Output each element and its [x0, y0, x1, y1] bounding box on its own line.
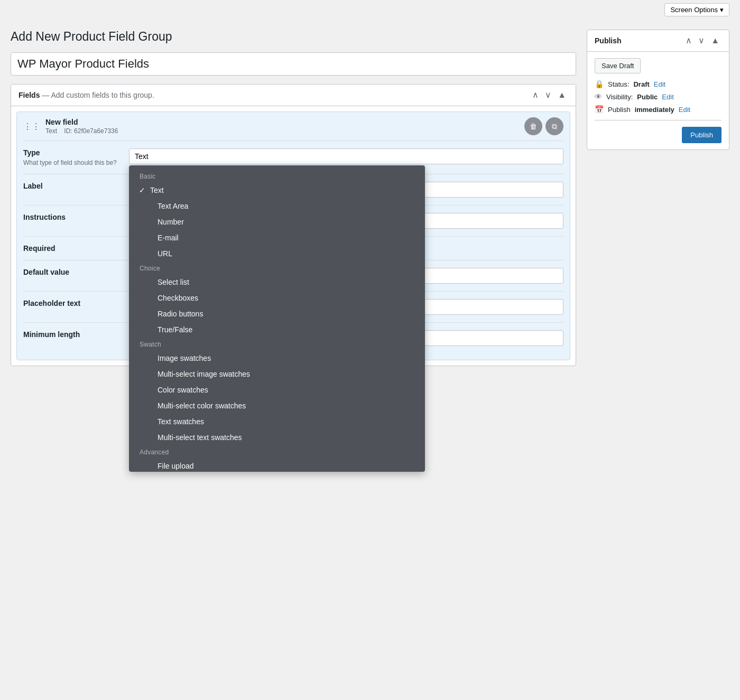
dropdown-item-radio[interactable]: Radio buttons [129, 306, 425, 322]
default-value-label-col: Default value [23, 268, 118, 284]
status-edit-link[interactable]: Edit [654, 80, 665, 88]
publish-timing-label: Publish [608, 106, 631, 114]
status-value: Draft [633, 80, 649, 88]
panel-toggle-btn[interactable]: ▲ [556, 90, 568, 100]
trash-icon: 🗑 [530, 122, 537, 130]
publish-timing-row: 📅 Publish immediately Edit [595, 105, 722, 114]
visibility-value: Public [637, 93, 658, 101]
publish-actions: Publish [595, 127, 722, 143]
chevron-down-icon: ▾ [720, 6, 724, 14]
visibility-row: 👁 Visibility: Public Edit [595, 92, 722, 101]
publish-panel-header: Publish ∧ ∨ ▲ [587, 30, 729, 52]
status-row: 🔒 Status: Draft Edit [595, 80, 722, 88]
dropdown-item-file-upload[interactable]: File upload [129, 458, 425, 472]
publish-panel-controls: ∧ ∨ ▲ [683, 35, 722, 46]
field-settings: Type What type of field should this be? … [17, 141, 570, 360]
field-id-label: ID: [64, 127, 72, 135]
label-label: Label [23, 182, 118, 190]
dropdown-item-url[interactable]: URL [129, 246, 425, 262]
dropdown-item-truefalse[interactable]: True/False [129, 322, 425, 338]
field-meta: Text ID: 62f0e7a6e7336 [45, 127, 519, 135]
panel-controls: ∧ ∨ ▲ [530, 90, 568, 100]
field-item: ⋮⋮ New field Text ID: 62f0e7a6e7336 🗑 [16, 111, 570, 360]
min-length-label: Minimum length [23, 330, 118, 339]
dropdown-item-image-swatches[interactable]: Image swatches [129, 350, 425, 366]
choice-group-label: Choice [129, 262, 425, 274]
field-item-header: ⋮⋮ New field Text ID: 62f0e7a6e7336 🗑 [17, 112, 570, 141]
save-draft-button[interactable]: Save Draft [595, 58, 641, 73]
dropdown-item-multi-text-swatches[interactable]: Multi-select text swatches [129, 430, 425, 445]
publish-timing-value: immediately [635, 106, 674, 114]
advanced-group-label: Advanced [129, 445, 425, 458]
visibility-icon: 👁 [595, 92, 602, 101]
field-name: New field [45, 118, 519, 126]
default-value-label: Default value [23, 268, 118, 276]
basic-group-label: Basic [129, 170, 425, 182]
dropdown-item-text-swatches[interactable]: Text swatches [129, 414, 425, 430]
dropdown-item-multi-color-swatches[interactable]: Multi-select color swatches [129, 398, 425, 414]
visibility-label: Visibility: [606, 93, 633, 101]
dropdown-item-text[interactable]: ✓ Text [129, 182, 425, 198]
fields-panel: Fields — Add custom fields to this group… [11, 84, 576, 366]
dropdown-item-number[interactable]: Number [129, 214, 425, 230]
type-control-col: Basic ✓ Text Text Area [129, 148, 563, 166]
swatch-group-label: Swatch [129, 338, 425, 350]
dropdown-item-email[interactable]: E-mail [129, 230, 425, 246]
screen-options-label: Screen Options [670, 6, 718, 14]
publish-panel-toggle-btn[interactable]: ▲ [709, 35, 722, 46]
status-label: Status: [608, 80, 629, 88]
publish-button[interactable]: Publish [682, 127, 722, 143]
fields-panel-title: Fields — Add custom fields to this group… [18, 91, 154, 99]
fields-panel-header: Fields — Add custom fields to this group… [11, 85, 576, 106]
delete-field-button[interactable]: 🗑 [524, 117, 542, 135]
type-select-input[interactable] [129, 148, 563, 164]
dropdown-item-multi-image-swatches[interactable]: Multi-select image swatches [129, 366, 425, 382]
placeholder-label-col: Placeholder text [23, 299, 118, 315]
dropdown-item-checkboxes[interactable]: Checkboxes [129, 290, 425, 306]
dropdown-item-select[interactable]: Select list [129, 274, 425, 290]
dropdown-item-textarea[interactable]: Text Area [129, 198, 425, 214]
panel-collapse-down-btn[interactable]: ∨ [543, 90, 553, 100]
drag-handle-icon[interactable]: ⋮⋮ [23, 122, 40, 132]
publish-panel-up-btn[interactable]: ∧ [683, 35, 694, 46]
publish-panel-title: Publish [595, 36, 622, 45]
publish-divider [595, 120, 722, 120]
field-actions: 🗑 ⧉ [524, 117, 563, 135]
type-label-col: Type What type of field should this be? [23, 148, 118, 166]
main-content: Add New Product Field Group Fields — Add… [0, 19, 740, 385]
visibility-edit-link[interactable]: Edit [662, 93, 673, 101]
type-dropdown-menu: Basic ✓ Text Text Area [129, 165, 425, 472]
panel-collapse-up-btn[interactable]: ∧ [530, 90, 541, 100]
required-label-col: Required [23, 244, 118, 253]
calendar-icon: 📅 [595, 105, 604, 114]
fields-desc: — Add custom fields to this group. [42, 91, 154, 99]
field-id-value: 62f0e7a6e7336 [74, 127, 118, 135]
instructions-label: Instructions [23, 213, 118, 221]
field-info: New field Text ID: 62f0e7a6e7336 [45, 118, 519, 135]
instructions-label-col: Instructions [23, 213, 118, 229]
field-type: Text [45, 127, 57, 135]
duplicate-field-button[interactable]: ⧉ [545, 117, 563, 135]
dropdown-item-color-swatches[interactable]: Color swatches [129, 382, 425, 398]
fields-label: Fields [18, 91, 40, 99]
copy-icon: ⧉ [552, 122, 557, 131]
screen-options-button[interactable]: Screen Options ▾ [664, 3, 729, 16]
left-column: Add New Product Field Group Fields — Add… [11, 30, 576, 375]
placeholder-label: Placeholder text [23, 299, 118, 307]
publish-panel-body: Save Draft 🔒 Status: Draft Edit 👁 Visibi… [587, 52, 729, 150]
right-column: Publish ∧ ∨ ▲ Save Draft 🔒 Status: Draft… [587, 30, 729, 150]
field-group-title-input[interactable] [11, 52, 576, 76]
check-icon: ✓ [138, 186, 146, 194]
publish-timing-edit-link[interactable]: Edit [679, 106, 690, 114]
min-length-label-col: Minimum length [23, 330, 118, 346]
publish-panel-down-btn[interactable]: ∨ [696, 35, 707, 46]
page-title: Add New Product Field Group [11, 30, 576, 44]
required-label: Required [23, 244, 118, 253]
status-icon: 🔒 [595, 80, 604, 88]
type-select-wrapper: Basic ✓ Text Text Area [129, 148, 563, 164]
top-bar: Screen Options ▾ [0, 0, 740, 19]
type-desc: What type of field should this be? [23, 159, 118, 166]
type-label: Type [23, 148, 118, 157]
type-row: Type What type of field should this be? … [23, 141, 563, 174]
publish-panel: Publish ∧ ∨ ▲ Save Draft 🔒 Status: Draft… [587, 30, 729, 150]
